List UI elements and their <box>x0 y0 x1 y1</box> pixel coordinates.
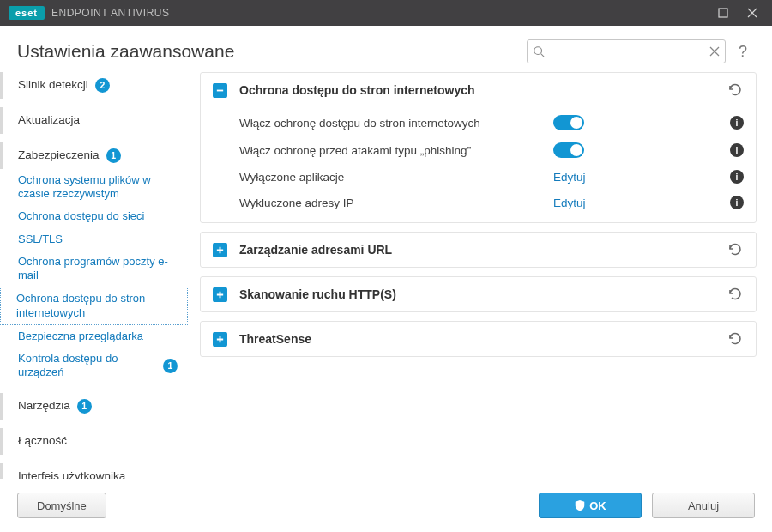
info-icon[interactable]: i <box>730 143 744 157</box>
sidebar-item-10[interactable]: Narzędzia1 <box>0 393 188 420</box>
panel-header[interactable]: Skanowanie ruchu HTTP(S) <box>201 277 756 311</box>
cancel-button[interactable]: Anuluj <box>652 493 755 518</box>
setting-label: Włącz ochronę przed atakami typu „phishi… <box>239 144 553 157</box>
panel-3: ThreatSense <box>200 321 757 357</box>
titlebar: eset ENDPOINT ANTIVIRUS <box>0 0 772 26</box>
panel-1: Zarządzanie adresami URL <box>200 232 757 268</box>
panel-header[interactable]: Ochrona dostępu do stron internetowych <box>201 73 756 107</box>
product-name: ENDPOINT ANTIVIRUS <box>51 7 169 19</box>
clear-search-icon[interactable] <box>709 46 720 57</box>
panel-title: Zarządzanie adresami URL <box>239 243 727 257</box>
sidebar-item-label: Ochrona dostępu do stron internetowych <box>16 292 177 320</box>
revert-icon[interactable] <box>727 82 744 99</box>
sidebar-item-label: Łączność <box>18 434 67 449</box>
ok-button[interactable]: OK <box>539 493 642 518</box>
footer: Domyślne OK Anuluj <box>0 479 772 532</box>
setting-row-3: Wykluczone adresy IPEdytuji <box>239 190 744 215</box>
sidebar-item-7[interactable]: Ochrona dostępu do stron internetowych <box>0 287 188 325</box>
revert-icon[interactable] <box>727 241 744 258</box>
sidebar-item-label: Ochrona dostępu do sieci <box>18 209 144 223</box>
sidebar-item-label: Kontrola dostępu do urządzeń <box>18 352 156 380</box>
edit-link[interactable]: Edytuj <box>553 171 586 184</box>
sidebar-item-label: Ochrona programów poczty e-mail <box>18 255 178 283</box>
toggle-switch[interactable] <box>553 115 584 130</box>
panel-title: Skanowanie ruchu HTTP(S) <box>239 287 727 301</box>
sidebar: Silnik detekcji2AktualizacjaZabezpieczen… <box>0 72 193 499</box>
sidebar-item-5[interactable]: SSL/TLS <box>0 228 188 251</box>
badge: 1 <box>106 148 121 163</box>
sidebar-item-label: Narzędzia <box>18 399 70 414</box>
expand-icon <box>213 243 227 257</box>
revert-icon[interactable] <box>727 286 744 303</box>
sidebar-item-11[interactable]: Łączność <box>0 428 188 455</box>
shield-icon <box>574 499 586 511</box>
expand-icon <box>213 287 227 302</box>
setting-label: Wykluczone adresy IP <box>239 196 553 209</box>
sidebar-item-9[interactable]: Kontrola dostępu do urządzeń1 <box>0 348 188 384</box>
setting-label: Wyłączone aplikacje <box>239 171 553 184</box>
search-icon <box>533 45 545 57</box>
edit-link[interactable]: Edytuj <box>553 196 586 209</box>
ok-label: OK <box>589 499 606 512</box>
info-icon[interactable]: i <box>730 116 744 130</box>
window-close-icon[interactable] <box>738 0 767 26</box>
sidebar-item-3[interactable]: Ochrona systemu plików w czasie rzeczywi… <box>0 169 188 206</box>
search-box[interactable] <box>527 39 726 63</box>
sidebar-item-label: Zabezpieczenia <box>18 148 100 163</box>
setting-label: Włącz ochronę dostępu do stron interneto… <box>239 117 553 130</box>
revert-icon[interactable] <box>727 330 744 348</box>
sidebar-item-4[interactable]: Ochrona dostępu do sieci <box>0 205 188 227</box>
page-title: Ustawienia zaawansowane <box>17 41 527 62</box>
panel-0: Ochrona dostępu do stron internetowychWł… <box>200 72 757 223</box>
main-pane: Ochrona dostępu do stron internetowychWł… <box>193 72 772 499</box>
info-icon[interactable]: i <box>730 170 744 184</box>
sidebar-item-6[interactable]: Ochrona programów poczty e-mail <box>0 251 188 287</box>
setting-row-0: Włącz ochronę dostępu do stron interneto… <box>239 109 744 136</box>
sidebar-item-8[interactable]: Bezpieczna przeglądarka <box>0 325 188 348</box>
sidebar-item-label: SSL/TLS <box>18 233 63 246</box>
panel-title: ThreatSense <box>239 332 727 346</box>
sidebar-item-2[interactable]: Zabezpieczenia1 <box>0 142 188 169</box>
sidebar-item-label: Aktualizacja <box>18 113 80 128</box>
badge: 1 <box>163 359 178 373</box>
collapse-icon <box>213 83 227 98</box>
panel-body: Włącz ochronę dostępu do stron interneto… <box>201 107 756 222</box>
badge: 1 <box>77 399 92 414</box>
badge: 2 <box>95 78 110 93</box>
sidebar-item-label: Ochrona systemu plików w czasie rzeczywi… <box>18 173 178 202</box>
expand-icon <box>213 332 227 347</box>
panel-header[interactable]: Zarządzanie adresami URL <box>201 233 756 267</box>
svg-rect-0 <box>719 9 727 17</box>
panel-title: Ochrona dostępu do stron internetowych <box>239 83 727 97</box>
svg-point-1 <box>534 47 542 55</box>
help-button[interactable]: ? <box>731 43 755 61</box>
window-maximize-icon[interactable] <box>709 0 738 26</box>
info-icon[interactable]: i <box>730 196 744 209</box>
panel-header[interactable]: ThreatSense <box>201 322 756 356</box>
sidebar-item-0[interactable]: Silnik detekcji2 <box>0 72 188 99</box>
toggle-switch[interactable] <box>553 142 584 158</box>
brand-logo: eset <box>9 6 45 20</box>
sidebar-item-label: Bezpieczna przeglądarka <box>18 329 143 343</box>
search-input[interactable] <box>528 45 725 57</box>
setting-row-1: Włącz ochronę przed atakami typu „phishi… <box>239 136 744 164</box>
panel-2: Skanowanie ruchu HTTP(S) <box>200 276 757 312</box>
sidebar-item-1[interactable]: Aktualizacja <box>0 107 188 134</box>
defaults-button[interactable]: Domyślne <box>17 493 106 518</box>
page-header: Ustawienia zaawansowane ? <box>0 26 772 72</box>
sidebar-item-label: Silnik detekcji <box>18 78 88 93</box>
setting-row-2: Wyłączone aplikacjeEdytuji <box>239 164 744 190</box>
